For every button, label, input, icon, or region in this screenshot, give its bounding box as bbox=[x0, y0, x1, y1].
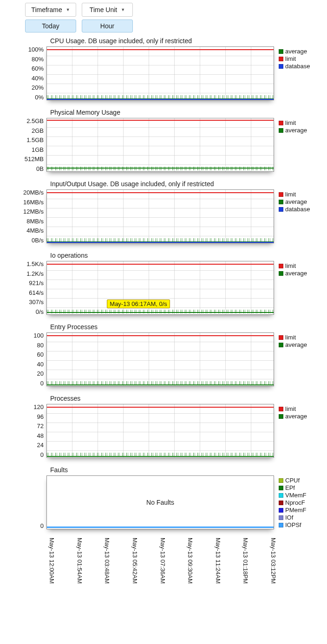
chart-ep: Entry Processes100806040200limitaverage bbox=[0, 323, 327, 386]
y-tick: 72 bbox=[0, 423, 44, 429]
timeframe-dropdown[interactable]: Timeframe ▼ bbox=[25, 3, 76, 17]
legend-label: IOf bbox=[285, 514, 293, 521]
legend-item[interactable]: database bbox=[279, 63, 319, 70]
legend-swatch bbox=[279, 523, 283, 527]
x-tick: May-13 03:48AM bbox=[104, 538, 111, 584]
legend-swatch bbox=[279, 501, 283, 505]
legend-label: limit bbox=[285, 56, 296, 63]
legend-item[interactable]: average bbox=[279, 48, 319, 55]
timeframe-value-pill[interactable]: Today bbox=[25, 20, 76, 33]
chart-title: Entry Processes bbox=[50, 323, 327, 331]
y-tick: 120 bbox=[0, 404, 44, 410]
legend-item[interactable]: IOPSf bbox=[279, 522, 319, 529]
legend-swatch bbox=[279, 64, 283, 69]
limit-line bbox=[47, 335, 274, 336]
legend-label: database bbox=[285, 206, 310, 213]
plot-area[interactable] bbox=[46, 118, 274, 172]
legend-swatch bbox=[279, 200, 283, 204]
toolbar: Timeframe ▼ Today Time Unit ▼ Hour bbox=[0, 0, 327, 33]
legend-swatch bbox=[279, 271, 283, 276]
y-axis: 2.5GB2GB1.5GB1GB512MB0B bbox=[0, 118, 46, 172]
legend-label: database bbox=[285, 63, 310, 70]
legend-swatch bbox=[279, 343, 283, 347]
legend-item[interactable]: NprocF bbox=[279, 500, 319, 507]
legend-label: limit bbox=[285, 263, 296, 270]
legend-item[interactable]: database bbox=[279, 206, 319, 213]
legend-label: EPf bbox=[285, 485, 295, 492]
y-tick: 100% bbox=[0, 46, 44, 52]
limit-line bbox=[47, 120, 274, 121]
legend-item[interactable]: limit bbox=[279, 56, 319, 63]
series-spikes bbox=[47, 238, 274, 242]
legend-item[interactable]: average bbox=[279, 413, 319, 420]
plot-area[interactable] bbox=[46, 189, 274, 243]
y-tick: 40% bbox=[0, 75, 44, 81]
x-tick: May-13 07:36AM bbox=[159, 538, 166, 584]
database-line bbox=[47, 242, 274, 243]
y-tick: 307/s bbox=[0, 299, 44, 305]
y-tick: 48 bbox=[0, 433, 44, 439]
series-spikes bbox=[47, 167, 274, 170]
legend-swatch bbox=[279, 407, 283, 411]
legend-label: average bbox=[285, 199, 307, 206]
plot-area[interactable] bbox=[46, 46, 274, 100]
legend-item[interactable]: VMemF bbox=[279, 492, 319, 499]
y-tick: 16MB/s bbox=[0, 199, 44, 205]
y-tick: 20% bbox=[0, 85, 44, 91]
y-tick: 1GB bbox=[0, 147, 44, 153]
timeunit-dropdown[interactable]: Time Unit ▼ bbox=[82, 3, 133, 17]
legend-item[interactable]: limit bbox=[279, 406, 319, 413]
legend-swatch bbox=[279, 414, 283, 419]
no-data-text: No Faults bbox=[146, 499, 174, 506]
y-tick: 20MB/s bbox=[0, 189, 44, 195]
y-axis: 100806040200 bbox=[0, 332, 46, 386]
plot-area[interactable]: May-13 06:17AM, 0/s bbox=[46, 261, 274, 315]
y-tick: 40 bbox=[0, 361, 44, 367]
chart-title: Physical Memory Usage bbox=[50, 109, 327, 116]
x-tick: May-13 11:24AM bbox=[215, 538, 222, 584]
series-spikes bbox=[47, 95, 274, 99]
legend-label: PMemF bbox=[285, 507, 307, 514]
timeframe-value: Today bbox=[42, 22, 59, 30]
y-tick: 60 bbox=[0, 351, 44, 358]
y-tick: 2.5GB bbox=[0, 118, 44, 124]
legend-item[interactable]: EPf bbox=[279, 485, 319, 492]
legend-item[interactable]: PMemF bbox=[279, 507, 319, 514]
legend-item[interactable]: limit bbox=[279, 334, 319, 341]
legend-item[interactable]: average bbox=[279, 127, 319, 134]
legend-item[interactable]: limit bbox=[279, 120, 319, 127]
chart-iops: Io operations1.5K/s1.2K/s921/s614/s307/s… bbox=[0, 252, 327, 315]
x-tick: May-13 01:18PM bbox=[242, 538, 249, 584]
legend-label: VMemF bbox=[285, 492, 307, 499]
y-tick: 0/s bbox=[0, 309, 44, 315]
y-tick: 100 bbox=[0, 332, 44, 338]
timeunit-value: Hour bbox=[100, 22, 114, 30]
legend-swatch bbox=[279, 128, 283, 133]
plot-area[interactable] bbox=[46, 404, 274, 458]
legend-swatch bbox=[279, 49, 283, 54]
y-axis: 120967248240 bbox=[0, 404, 46, 458]
legend-item[interactable]: average bbox=[279, 342, 319, 349]
legend-swatch bbox=[279, 57, 283, 61]
legend-item[interactable]: average bbox=[279, 199, 319, 206]
chart-title: Io operations bbox=[50, 252, 327, 259]
legend-item[interactable]: average bbox=[279, 270, 319, 277]
y-tick: 60% bbox=[0, 65, 44, 72]
plot-area[interactable] bbox=[46, 332, 274, 386]
legend-item[interactable]: IOf bbox=[279, 514, 319, 521]
y-tick: 0B/s bbox=[0, 237, 44, 243]
plot-area[interactable]: No Faults bbox=[46, 475, 274, 529]
legend-item[interactable]: limit bbox=[279, 191, 319, 198]
legend: limitaverage bbox=[274, 118, 319, 135]
legend: averagelimitdatabase bbox=[274, 46, 319, 71]
legend-label: average bbox=[285, 342, 307, 349]
legend-swatch bbox=[279, 508, 283, 513]
chart-title: Faults bbox=[50, 466, 327, 474]
chart-pmem: Physical Memory Usage2.5GB2GB1.5GB1GB512… bbox=[0, 109, 327, 172]
timeunit-value-pill[interactable]: Hour bbox=[82, 20, 133, 33]
y-tick: 0 bbox=[0, 380, 44, 386]
legend-item[interactable]: CPUf bbox=[279, 477, 319, 484]
legend-item[interactable]: limit bbox=[279, 263, 319, 270]
legend-swatch bbox=[279, 486, 283, 490]
legend-label: average bbox=[285, 127, 307, 134]
